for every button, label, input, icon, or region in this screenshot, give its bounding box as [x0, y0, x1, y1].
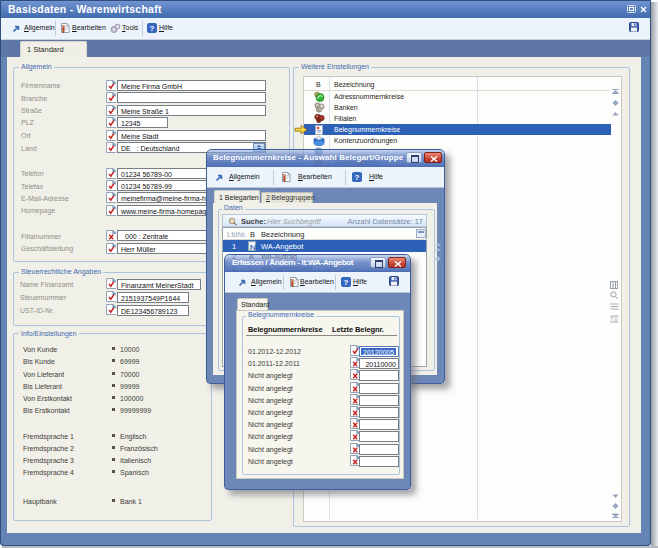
svg-text:?: ? [150, 24, 155, 33]
svg-text:?: ? [355, 173, 360, 182]
svg-text:7.0: 7.0 [610, 316, 618, 322]
svg-text:?: ? [344, 278, 349, 287]
